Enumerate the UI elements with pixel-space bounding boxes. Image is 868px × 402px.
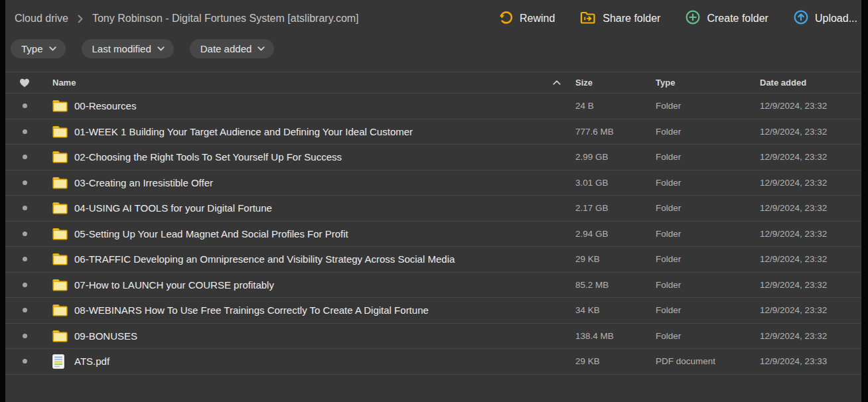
folder-icon (52, 202, 68, 214)
file-name: 09-BONUSES (74, 330, 575, 342)
file-size: 3.01 GB (575, 178, 656, 188)
file-date-added: 12/9/2024, 23:32 (760, 229, 861, 239)
file-date-added: 12/9/2024, 23:32 (760, 101, 861, 111)
item-status-dot-icon (23, 206, 27, 210)
filter-bar: Type Last modified Date added (5, 33, 861, 58)
table-row[interactable]: ATS.pdf 29 KB PDF document 12/9/2024, 23… (5, 349, 861, 375)
file-date-added: 12/9/2024, 23:32 (760, 331, 861, 341)
file-date-added: 12/9/2024, 23:32 (760, 254, 861, 264)
upload-icon (794, 10, 808, 27)
file-type: Folder (656, 203, 760, 213)
column-header-date-added[interactable]: Date added (760, 78, 861, 88)
folder-icon (52, 100, 68, 112)
item-status-dot-icon (23, 103, 27, 108)
folder-icon (52, 330, 68, 342)
chevron-right-icon (78, 15, 83, 23)
column-header-favorite[interactable] (5, 78, 44, 88)
table-row[interactable]: 04-USING AI TOOLS for your Digital Fortu… (5, 196, 861, 222)
file-type: Folder (656, 152, 760, 162)
table-row[interactable]: 07-How to LAUNCH your COURSE profitably … (5, 273, 861, 299)
breadcrumb-root[interactable]: Cloud drive (15, 13, 68, 25)
file-name: 02-Choosing the Right Tools To Set Yours… (74, 151, 575, 163)
file-type: Folder (656, 178, 760, 188)
rewind-icon (499, 11, 513, 27)
folder-icon (52, 151, 68, 163)
filter-type-dropdown[interactable]: Type (11, 39, 66, 58)
item-status-dot-icon (23, 257, 27, 261)
table-row[interactable]: 08-WEBINARS How To Use Free Trainings Co… (5, 298, 861, 324)
upload-label: Upload... (815, 13, 857, 25)
table-row[interactable]: 09-BONUSES 138.4 MB Folder 12/9/2024, 23… (5, 324, 861, 350)
folder-icon (52, 279, 68, 291)
file-date-added: 12/9/2024, 23:32 (760, 127, 861, 137)
file-size: 138.4 MB (575, 331, 656, 341)
folder-icon (52, 176, 68, 189)
item-status-dot-icon (23, 232, 27, 236)
file-type: Folder (656, 254, 760, 264)
table-row[interactable]: 05-Setting Up Your Lead Magnet And Socia… (5, 222, 861, 247)
file-name: ATS.pdf (74, 356, 575, 367)
file-type: Folder (656, 229, 760, 239)
rewind-label: Rewind (520, 13, 555, 25)
chevron-down-icon (49, 46, 56, 51)
pdf-file-icon (52, 354, 64, 369)
column-header-name[interactable]: Name (44, 78, 575, 88)
item-status-dot-icon (23, 180, 27, 185)
file-size: 29 KB (575, 356, 656, 366)
file-type: Folder (656, 305, 760, 315)
column-header-size[interactable]: Size (575, 78, 656, 88)
heart-icon (19, 78, 30, 88)
folder-icon (52, 125, 68, 138)
folder-icon (52, 228, 68, 240)
create-folder-label: Create folder (707, 13, 768, 25)
create-folder-icon (686, 10, 700, 27)
file-name: 06-TRAFFIC Developing an Omnipresence an… (74, 253, 575, 265)
item-status-dot-icon (23, 129, 27, 134)
share-folder-button[interactable]: Share folder (580, 11, 660, 27)
folder-icon (52, 304, 68, 316)
rewind-button[interactable]: Rewind (499, 11, 555, 27)
folder-icon (52, 253, 68, 265)
file-type: Folder (656, 280, 760, 290)
breadcrumb: Cloud drive Tony Robinson - Digital Fort… (15, 13, 359, 25)
file-type: PDF document (656, 356, 760, 366)
file-size: 34 KB (575, 305, 656, 315)
file-name: 07-How to LAUNCH your COURSE profitably (74, 279, 575, 291)
file-size: 24 B (575, 101, 656, 111)
file-size: 777.6 MB (575, 127, 656, 137)
create-folder-button[interactable]: Create folder (686, 10, 768, 27)
breadcrumb-current-folder: Tony Robinson - Digital Fortunes System … (92, 13, 359, 25)
file-name: 03-Creating an Irresistible Offer (74, 177, 575, 188)
table-row[interactable]: 01-WEEK 1 Building Your Target Audience … (5, 119, 861, 145)
file-date-added: 12/9/2024, 23:32 (760, 178, 861, 188)
file-name: 04-USING AI TOOLS for your Digital Fortu… (74, 202, 575, 214)
table-row[interactable]: 06-TRAFFIC Developing an Omnipresence an… (5, 247, 861, 273)
file-type: Folder (656, 331, 760, 341)
item-status-dot-icon (23, 155, 27, 159)
filter-last-modified-dropdown[interactable]: Last modified (82, 39, 174, 58)
file-name: 08-WEBINARS How To Use Free Trainings Co… (74, 304, 575, 316)
sort-ascending-icon (553, 80, 561, 85)
file-name: 05-Setting Up Your Lead Magnet And Socia… (74, 228, 575, 239)
chevron-down-icon (157, 46, 165, 51)
cloud-drive-file-manager: Cloud drive Tony Robinson - Digital Fort… (5, 0, 861, 402)
share-folder-icon (580, 11, 596, 27)
file-size: 2.99 GB (575, 152, 656, 162)
table-body: 00-Resources 24 B Folder 12/9/2024, 23:3… (5, 94, 861, 375)
file-size: 85.2 MB (575, 280, 656, 290)
upload-button[interactable]: Upload... (794, 10, 857, 27)
chevron-down-icon (257, 46, 265, 51)
column-header-type[interactable]: Type (656, 78, 760, 88)
file-name: 01-WEEK 1 Building Your Target Audience … (74, 126, 575, 137)
table-row[interactable]: 03-Creating an Irresistible Offer 3.01 G… (5, 170, 861, 196)
file-table: Name Size Type Date added (5, 72, 861, 375)
table-row[interactable]: 02-Choosing the Right Tools To Set Yours… (5, 145, 861, 170)
toolbar-actions: Rewind Share folder (499, 10, 857, 27)
file-date-added: 12/9/2024, 23:33 (760, 356, 861, 366)
item-status-dot-icon (23, 308, 27, 312)
table-row[interactable]: 00-Resources 24 B Folder 12/9/2024, 23:3… (5, 94, 861, 119)
top-bar: Cloud drive Tony Robinson - Digital Fort… (5, 0, 861, 33)
table-header: Name Size Type Date added (5, 72, 861, 94)
filter-date-added-dropdown[interactable]: Date added (190, 39, 275, 58)
file-size: 29 KB (575, 254, 656, 264)
